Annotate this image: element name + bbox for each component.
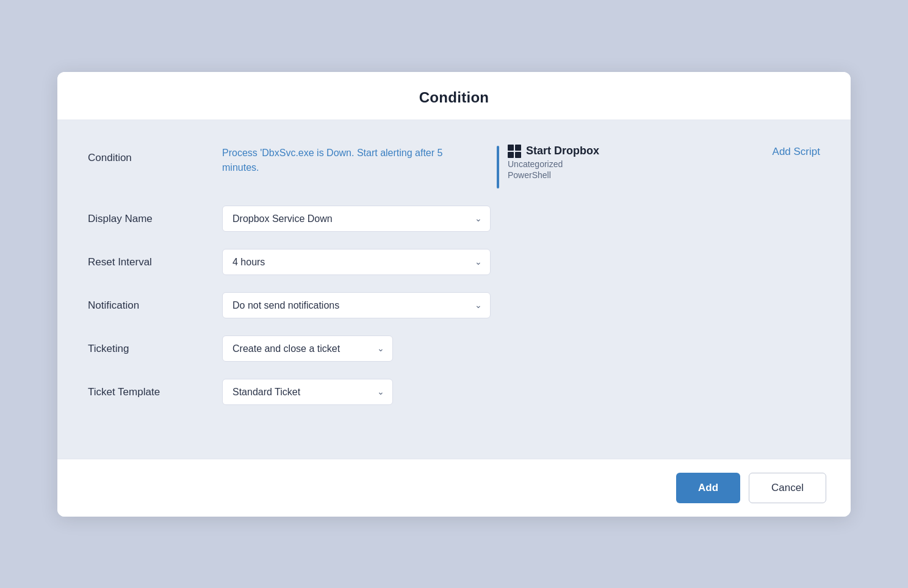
condition-modal: Condition Condition Process 'DbxSvc.exe … [57,72,851,517]
ticketing-select[interactable]: Create and close a ticket [222,335,393,362]
script-subtitle2: PowerShell [508,170,599,180]
display-name-wrapper: Dropbox Service Down ⌄ [222,206,491,232]
add-script-button[interactable]: Add Script [773,145,820,158]
ticketing-field: Create and close a ticket ⌄ [222,335,491,362]
display-name-select[interactable]: Dropbox Service Down [222,206,491,232]
notification-select[interactable]: Do not send notifications [222,292,491,318]
reset-interval-label: Reset Interval [88,249,222,268]
reset-interval-row: Reset Interval 4 hours ⌄ [88,249,820,275]
script-subtitle1: Uncategorized [508,159,599,169]
condition-text: Process 'DbxSvc.exe is Down. Start alert… [222,146,454,175]
cancel-button[interactable]: Cancel [749,473,826,503]
modal-body: Condition Process 'DbxSvc.exe is Down. S… [57,120,851,459]
ticket-template-select[interactable]: Standard Ticket [222,379,393,405]
notification-field: Do not send notifications ⌄ [222,292,491,318]
notification-label: Notification [88,292,222,312]
ticket-template-label: Ticket Template [88,379,222,398]
script-title: Start Dropbox [508,145,599,158]
ticketing-row: Ticketing Create and close a ticket ⌄ [88,335,820,362]
reset-interval-field: 4 hours ⌄ [222,249,491,275]
script-divider [497,146,499,188]
script-block: Start Dropbox Uncategorized PowerShell [497,145,754,188]
notification-wrapper: Do not send notifications ⌄ [222,292,491,318]
display-name-field: Dropbox Service Down ⌄ [222,206,491,232]
reset-interval-wrapper: 4 hours ⌄ [222,249,491,275]
add-button[interactable]: Add [676,473,740,503]
notification-row: Notification Do not send notifications ⌄ [88,292,820,318]
condition-label: Condition [88,145,222,164]
modal-header: Condition [57,72,851,120]
reset-interval-select[interactable]: 4 hours [222,249,491,275]
script-name: Start Dropbox [526,145,599,157]
ticketing-label: Ticketing [88,335,222,355]
ticket-template-field: Standard Ticket ⌄ [222,379,491,405]
windows-icon [508,145,521,158]
display-name-row: Display Name Dropbox Service Down ⌄ [88,206,820,232]
ticket-template-row: Ticket Template Standard Ticket ⌄ [88,379,820,405]
script-info: Start Dropbox Uncategorized PowerShell [508,145,599,180]
display-name-label: Display Name [88,206,222,225]
condition-row: Condition Process 'DbxSvc.exe is Down. S… [88,145,820,188]
modal-title: Condition [82,89,826,106]
ticketing-wrapper: Create and close a ticket ⌄ [222,335,393,362]
modal-footer: Add Cancel [57,459,851,517]
ticket-template-wrapper: Standard Ticket ⌄ [222,379,393,405]
